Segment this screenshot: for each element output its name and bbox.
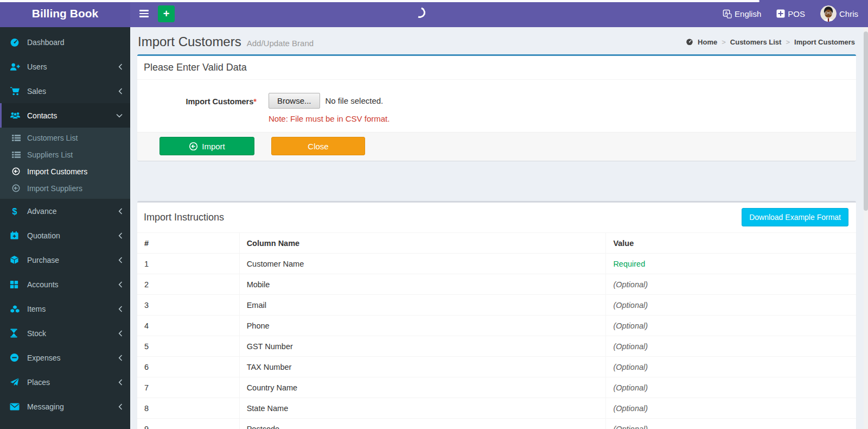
sidebar-item-label: Advance [27,207,56,216]
list-icon [12,151,23,159]
sidebar-item-purchase[interactable]: Purchase [0,248,130,272]
scrollbar-thumb[interactable] [864,31,868,211]
hourglass-icon [10,329,22,338]
paper-plane-icon [10,377,22,387]
minus-circle-icon [10,353,22,362]
sidebar-item-label: Items [27,305,46,313]
sidebar-item-label: Import Suppliers [27,184,82,193]
user-menu[interactable]: Chris [820,5,858,22]
table-row: 8State Name(Optional) [137,398,856,419]
contacts-submenu: Customers List Suppliers List Import Cus… [0,128,130,199]
import-instructions-panel: Import Instructions Download Example For… [137,201,856,429]
browse-file-button[interactable]: Browse... [269,93,320,109]
language-menu[interactable]: A English [723,9,761,18]
value-optional: (Optional) [606,357,856,377]
sidebar-item-label: Contacts [27,111,57,120]
sidebar-item-dashboard[interactable]: Dashboard [0,30,130,54]
content-header: Import Customers Add/Update Brand Home >… [137,27,856,54]
value-optional: (Optional) [606,274,856,295]
chevron-left-icon [118,403,123,410]
sidebar-item-label: Messaging [27,402,64,411]
table-row: 4Phone(Optional) [137,316,856,336]
sidebar-item-label: Purchase [27,256,59,264]
sidebar-item-label: Accounts [27,280,59,289]
table-row: 1Customer NameRequired [137,254,856,274]
required-asterisk: * [253,97,257,106]
loading-spinner [413,5,427,20]
sidebar-item-label: Dashboard [27,38,65,47]
navbar-right: A English POS [723,0,868,27]
import-file-label: Import Customers* [143,93,257,123]
sidebar-item-import-suppliers[interactable]: Import Suppliers [0,180,130,197]
value-optional: (Optional) [606,316,856,336]
avatar [820,5,837,22]
column-header-name: Column Name [239,233,606,254]
sidebar-item-items[interactable]: Items [0,296,130,321]
table-row: 6TAX Number(Optional) [137,357,856,377]
user-name: Chris [839,9,858,18]
table-row: 7Country Name(Optional) [137,377,856,398]
arrow-circle-left-icon [12,184,23,192]
chevron-left-icon [118,88,123,94]
chevron-left-icon [118,232,123,239]
chevron-left-icon [118,257,123,263]
sidebar-item-label: Sales [27,87,46,96]
language-icon: A [723,9,732,18]
panel-title: Please Enter Valid Data [137,56,856,80]
table-row: 2Mobile(Optional) [137,274,856,295]
quick-add-button[interactable]: + [158,5,175,22]
chevron-left-icon [118,281,123,288]
breadcrumb-current: Import Customers [794,38,855,46]
sidebar-item-label: Places [27,378,50,387]
pos-label: POS [788,9,805,18]
file-status-text: No file selected. [326,96,384,105]
chevron-left-icon [118,330,123,337]
breadcrumb-separator: > [722,38,726,46]
pos-menu[interactable]: POS [776,9,805,18]
sidebar-toggle-button[interactable] [130,0,158,27]
close-button[interactable]: Close [271,137,365,155]
page-title: Import Customers [138,34,241,49]
import-button[interactable]: Import [159,137,254,155]
table-header-row: # Column Name Value [137,233,856,254]
sidebar-item-expenses[interactable]: Expenses [0,345,130,370]
sidebar-item-label: Import Customers [27,167,87,176]
sidebar-item-places[interactable]: Places [0,370,130,394]
value-optional: (Optional) [606,398,856,419]
breadcrumb-customers-list[interactable]: Customers List [730,38,782,46]
sidebar-item-sales[interactable]: Sales [0,79,130,103]
import-form-footer: Import Close [137,132,856,161]
sidebar-item-label: Quotation [27,231,60,240]
sidebar-item-label: Customers List [27,134,78,142]
sidebar-item-import-customers[interactable]: Import Customers [0,163,130,180]
sidebar-item-contacts[interactable]: Contacts [0,103,130,128]
sidebar-item-stock[interactable]: Stock [0,321,130,345]
chevron-down-icon [116,113,123,118]
dollar-icon: $ [10,206,22,216]
app-logo[interactable]: Billing Book [0,0,130,27]
sidebar-item-advance[interactable]: $ Advance [0,199,130,223]
sidebar-item-customers-list[interactable]: Customers List [0,129,130,146]
sidebar-item-users[interactable]: Users [0,54,130,79]
sidebar-item-suppliers-list[interactable]: Suppliers List [0,146,130,163]
plus-square-icon [776,9,785,18]
sidebar-item-accounts[interactable]: Accounts [0,272,130,296]
chevron-left-icon [118,64,123,70]
page-subtitle: Add/Update Brand [247,39,314,48]
csv-format-note: Note: File must be in CSV format. [269,114,390,123]
value-optional: (Optional) [606,419,856,429]
chevron-left-icon [118,355,123,361]
breadcrumb-home[interactable]: Home [698,38,717,46]
sidebar-item-quotation[interactable]: Quotation [0,223,130,248]
sidebar-item-messaging[interactable]: Messaging [0,394,130,419]
svg-text:$: $ [12,206,17,216]
table-row: 9Postcode(Optional) [137,419,856,429]
download-example-format-button[interactable]: Download Example Format [742,208,848,226]
chevron-left-icon [118,208,123,214]
scrollbar-track[interactable] [864,27,868,429]
table-row: 3Email(Optional) [137,295,856,316]
value-optional: (Optional) [606,336,856,357]
gauge-icon [10,37,22,47]
import-form-body: Import Customers* Browse... No file sele… [137,80,856,132]
value-required: Required [606,254,856,274]
